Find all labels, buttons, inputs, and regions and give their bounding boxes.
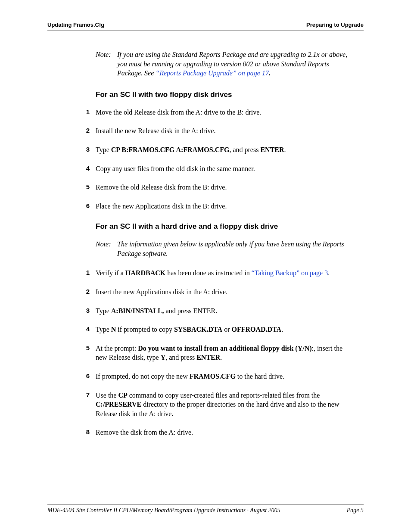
step-number: 3 <box>78 306 90 316</box>
section-b-note: Note: The information given below is app… <box>96 240 354 258</box>
running-header: Updating Framos.Cfg Preparing to Upgrade <box>47 22 364 31</box>
step-item: 2Insert the new Applications disk in the… <box>96 287 354 297</box>
step-body: Remove the old Release disk from the B: … <box>96 183 354 192</box>
step-number: 6 <box>78 202 90 211</box>
step-item: 6If prompted, do not copy the new FRAMOS… <box>96 372 354 381</box>
step-number: 7 <box>78 391 90 419</box>
step-body: Install the new Release disk in the A: d… <box>96 126 354 136</box>
step-number: 8 <box>78 428 90 437</box>
step-body: Place the new Applications disk in the B… <box>96 202 354 211</box>
step-body: Move the old Release disk from the A: dr… <box>96 108 354 117</box>
running-footer: MDE-4504 Site Controller II CPU/Memory B… <box>47 504 364 514</box>
section-a-steps: 1Move the old Release disk from the A: d… <box>96 108 354 211</box>
note-label: Note: <box>96 240 117 258</box>
step-item: 6Place the new Applications disk in the … <box>96 202 354 211</box>
step-number: 2 <box>78 126 90 136</box>
note-text-after: . <box>269 69 271 77</box>
step-item: 5Remove the old Release disk from the B:… <box>96 183 354 192</box>
step-number: 4 <box>78 164 90 174</box>
step-item: 7Use the CP command to copy user-created… <box>96 391 354 419</box>
cross-ref-link[interactable]: “Reports Package Upgrade” on page 17 <box>156 69 269 77</box>
step-item: 8Remove the disk from the A: drive. <box>96 428 354 437</box>
section-a-title: For an SC II with two floppy disk drives <box>96 90 354 100</box>
step-item: 2Install the new Release disk in the A: … <box>96 126 354 136</box>
step-item: 3Type CP B:FRAMOS.CFG A:FRAMOS.CFG, and … <box>96 145 354 155</box>
step-number: 1 <box>78 268 90 278</box>
top-note: Note: If you are using the Standard Repo… <box>96 50 354 78</box>
step-number: 3 <box>78 145 90 155</box>
step-body: Insert the new Applications disk in the … <box>96 287 354 297</box>
step-number: 1 <box>78 108 90 117</box>
step-item: 5At the prompt: Do you want to install f… <box>96 344 354 362</box>
note-body: If you are using the Standard Reports Pa… <box>117 50 354 78</box>
step-item: 1Move the old Release disk from the A: d… <box>96 108 354 117</box>
section-b-title: For an SC II with a hard drive and a flo… <box>96 222 354 232</box>
step-body: Verify if a HARDBACK has been done as in… <box>96 268 354 278</box>
note-label: Note: <box>96 50 117 78</box>
step-number: 4 <box>78 325 90 334</box>
step-body: Copy any user files from the old disk in… <box>96 164 354 174</box>
header-right: Preparing to Upgrade <box>306 22 364 28</box>
page: Updating Framos.Cfg Preparing to Upgrade… <box>0 0 411 532</box>
step-body: If prompted, do not copy the new FRAMOS.… <box>96 372 354 381</box>
section-b-steps: 1Verify if a HARDBACK has been done as i… <box>96 268 354 437</box>
step-body: Type A:BIN/INSTALL, and press ENTER. <box>96 306 354 316</box>
step-number: 5 <box>78 183 90 192</box>
step-body: Type N if prompted to copy SYSBACK.DTA o… <box>96 325 354 334</box>
step-number: 2 <box>78 287 90 297</box>
step-item: 4Copy any user files from the old disk i… <box>96 164 354 174</box>
step-number: 5 <box>78 344 90 362</box>
footer-left: MDE-4504 Site Controller II CPU/Memory B… <box>47 507 280 514</box>
step-number: 6 <box>78 372 90 381</box>
header-left: Updating Framos.Cfg <box>47 22 104 28</box>
step-item: 1Verify if a HARDBACK has been done as i… <box>96 268 354 278</box>
step-body: Type CP B:FRAMOS.CFG A:FRAMOS.CFG, and p… <box>96 145 354 155</box>
step-body: At the prompt: Do you want to install fr… <box>96 344 354 362</box>
content-column: Note: If you are using the Standard Repo… <box>96 50 354 437</box>
footer-right: Page 5 <box>347 507 364 514</box>
step-item: 3Type A:BIN/INSTALL, and press ENTER. <box>96 306 354 316</box>
step-body: Remove the disk from the A: drive. <box>96 428 354 437</box>
step-body: Use the CP command to copy user-created … <box>96 391 354 419</box>
note-body: The information given below is applicabl… <box>117 240 354 258</box>
step-item: 4Type N if prompted to copy SYSBACK.DTA … <box>96 325 354 334</box>
